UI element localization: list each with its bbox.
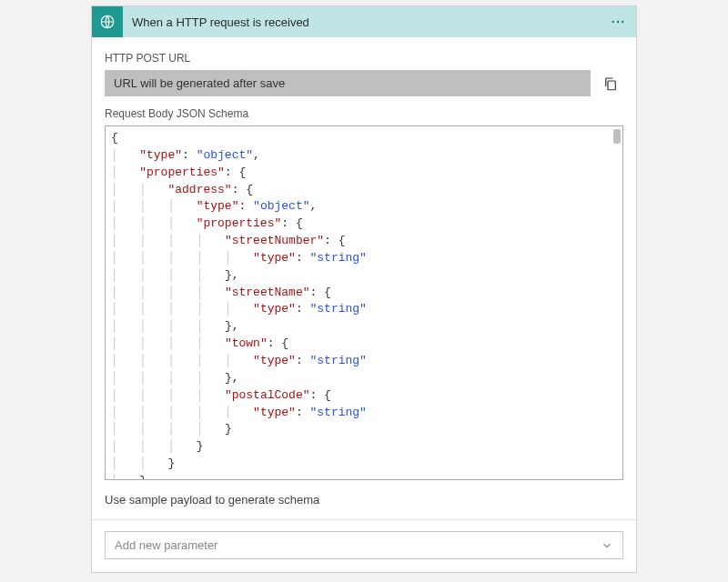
card-body: HTTP POST URL URL will be generated afte…: [92, 37, 636, 572]
add-parameter-select[interactable]: Add new parameter: [105, 531, 623, 559]
copy-icon: [602, 75, 619, 92]
schema-content: { │ "type": "object", │ "properties": { …: [106, 126, 622, 480]
ellipsis-icon: [610, 14, 626, 30]
svg-point-2: [617, 21, 619, 23]
copy-url-button[interactable]: [598, 70, 623, 96]
card-header[interactable]: When a HTTP request is received: [92, 6, 636, 37]
svg-point-1: [612, 21, 614, 23]
card-title: When a HTTP request is received: [123, 6, 600, 37]
svg-rect-4: [608, 81, 615, 90]
schema-label: Request Body JSON Schema: [105, 107, 623, 120]
divider: [92, 519, 636, 520]
scrollbar-thumb[interactable]: [613, 129, 621, 144]
svg-point-3: [622, 21, 623, 23]
url-readonly-box: URL will be generated after save: [105, 70, 591, 96]
chevron-down-icon: [601, 539, 613, 552]
sample-payload-link[interactable]: Use sample payload to generate schema: [105, 493, 623, 507]
schema-editor[interactable]: { │ "type": "object", │ "properties": { …: [105, 125, 623, 480]
globe-icon: [92, 6, 123, 37]
card-menu-button[interactable]: [600, 6, 636, 37]
url-row: URL will be generated after save: [105, 70, 623, 96]
add-parameter-placeholder: Add new parameter: [115, 538, 217, 552]
trigger-card: When a HTTP request is received HTTP POS…: [91, 5, 637, 573]
url-label: HTTP POST URL: [105, 52, 623, 65]
